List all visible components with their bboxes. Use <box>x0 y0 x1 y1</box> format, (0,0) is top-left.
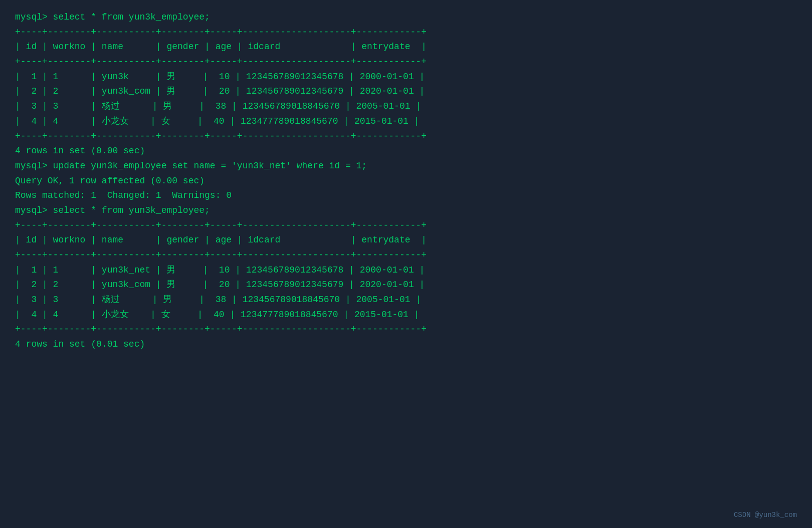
terminal-line: +----+--------+-----------+--------+----… <box>15 248 797 263</box>
terminal-line: +----+--------+-----------+--------+----… <box>15 218 797 233</box>
terminal-line: 4 rows in set (0.01 sec) <box>15 337 797 352</box>
terminal-line: | 4 | 4 | 小龙女 | 女 | 40 | 123477789018845… <box>15 308 797 323</box>
terminal-container: mysql> select * from yun3k_employee;+---… <box>15 10 797 352</box>
terminal-line: | 1 | 1 | yun3k | 男 | 10 | 1234567890123… <box>15 70 797 85</box>
terminal-line: +----+--------+-----------+--------+----… <box>15 129 797 144</box>
terminal-line: | 4 | 4 | 小龙女 | 女 | 40 | 123477789018845… <box>15 114 797 129</box>
watermark: CSDN @yun3k_com <box>734 511 797 519</box>
terminal-line: Rows matched: 1 Changed: 1 Warnings: 0 <box>15 188 797 203</box>
terminal-line: mysql> update yun3k_employee set name = … <box>15 159 797 174</box>
terminal-line: mysql> select * from yun3k_employee; <box>15 203 797 218</box>
terminal-line: | id | workno | name | gender | age | id… <box>15 40 797 55</box>
terminal-line: +----+--------+-----------+--------+----… <box>15 322 797 337</box>
terminal-line: | 3 | 3 | 杨过 | 男 | 38 | 1234567890188456… <box>15 99 797 114</box>
terminal-line: | id | workno | name | gender | age | id… <box>15 233 797 248</box>
terminal-line: | 2 | 2 | yun3k_com | 男 | 20 | 123456789… <box>15 84 797 99</box>
terminal-line: +----+--------+-----------+--------+----… <box>15 25 797 40</box>
terminal-line: mysql> select * from yun3k_employee; <box>15 10 797 25</box>
terminal-line: | 3 | 3 | 杨过 | 男 | 38 | 1234567890188456… <box>15 293 797 308</box>
terminal-line: | 2 | 2 | yun3k_com | 男 | 20 | 123456789… <box>15 278 797 293</box>
terminal-line: | 1 | 1 | yun3k_net | 男 | 10 | 123456789… <box>15 263 797 278</box>
terminal-line: Query OK, 1 row affected (0.00 sec) <box>15 174 797 189</box>
terminal-line: 4 rows in set (0.00 sec) <box>15 144 797 159</box>
terminal-line: +----+--------+-----------+--------+----… <box>15 55 797 70</box>
